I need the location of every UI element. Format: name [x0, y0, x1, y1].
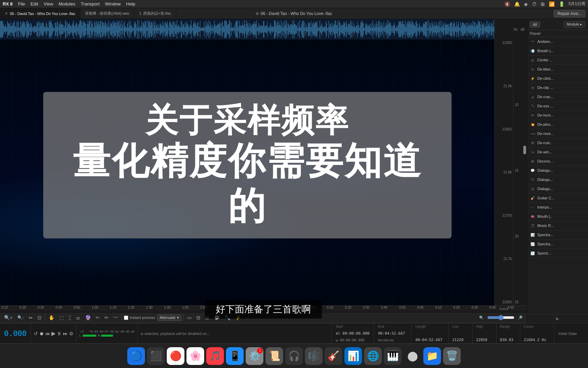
repair-item-2[interactable]: ◎ Center ... [527, 56, 588, 65]
repair-item-16[interactable]: 🗯 Dialogu... [527, 184, 588, 194]
transport-record[interactable]: ⏺ [39, 331, 44, 336]
menu-help[interactable]: Help [126, 1, 135, 6]
repair-name-21: Spectra... [537, 233, 553, 237]
tab-label-0: 06 - David Tao - Who Do You Love-.flac [10, 12, 75, 16]
spectrogram-area[interactable]: 关于采样频率 量化精度你需要知道的 21950 21.9k 21850 21.8… [0, 40, 527, 305]
repair-icon-20: 🎵 [530, 223, 535, 228]
repair-item-13[interactable]: ⊞ Decons... [527, 157, 588, 166]
tab-close-0[interactable]: ✕ [5, 11, 8, 16]
repair-item-10[interactable]: ⟿ De-reve... [527, 129, 588, 138]
menu-view[interactable]: View [44, 1, 53, 6]
repair-item-8[interactable]: ⟳ De-hum... [527, 111, 588, 120]
repair-item-15[interactable]: 🗨 Dialogu... [527, 175, 588, 184]
spectrogram-display[interactable]: 关于采样频率 量化精度你需要知道的 [0, 40, 494, 305]
menu-transport[interactable]: Transport [81, 1, 99, 6]
repair-item-23[interactable]: 📉 Spectr... [527, 249, 588, 258]
module-button[interactable]: Module ▸ [564, 21, 585, 28]
menu-file[interactable]: File [18, 1, 25, 6]
repair-item-0[interactable]: 〜 Ambien... [527, 37, 588, 46]
initial-state-display: Initial State [554, 323, 588, 343]
repair-item-4[interactable]: ⚡ De-click... [527, 74, 588, 83]
repair-item-22[interactable]: 📈 Spectra... [527, 240, 588, 249]
dock-badge-systemprefs: 1 [257, 348, 263, 353]
repair-item-6[interactable]: ⚌ De-crac... [527, 92, 588, 102]
repair-item-17[interactable]: 🎸 Guitar C... [527, 194, 588, 203]
right-panel: All Module ▸ Repair 〜 Ambien... 💨 Breath… [527, 19, 588, 323]
repair-name-16: Dialogu... [537, 187, 553, 191]
dock-icon-trash[interactable]: 🗑️ [443, 347, 461, 365]
dock-icon-omniweb[interactable]: 🌐 [364, 347, 382, 365]
repair-item-1[interactable]: 💨 Breath (... [527, 46, 588, 56]
dock-icon-files[interactable]: 📁 [423, 347, 441, 365]
initial-state-label: Initial State [558, 332, 577, 336]
repair-item-11[interactable]: ⚙ De-rust... [527, 138, 588, 148]
repair-item-21[interactable]: 📊 Spectra... [527, 230, 588, 240]
dock-icon-script-editor[interactable]: 📜 [265, 347, 283, 365]
stat-range: Range 830.03 [496, 323, 520, 343]
transport-forward[interactable]: ⏭ [63, 331, 68, 336]
menubar-icon-4[interactable]: ⏱ [532, 1, 537, 7]
panel-expand-arrow[interactable]: ▶ [527, 314, 588, 323]
transport-pause[interactable]: ⏸ [57, 331, 62, 336]
db-slider-handle[interactable] [523, 146, 526, 154]
waveform-strip[interactable]: Hz dB [0, 19, 527, 40]
repair-item-20[interactable]: 🎵 Music R... [527, 221, 588, 230]
high-value: 22050 [476, 338, 493, 342]
start-value2: w 00:00:00.000 [336, 338, 370, 342]
repair-item-9[interactable]: 💥 De-plos... [527, 120, 588, 129]
dock-icon-music[interactable]: 🎵 [206, 347, 224, 365]
tab-0[interactable]: ✕ 06 - David Tao - Who Do You Love-.flac [0, 8, 80, 19]
range-label: Range [500, 325, 517, 328]
repair-name-8: De-hum... [537, 113, 554, 117]
repair-assist-button[interactable]: Repair Assi... [554, 10, 585, 17]
menubar-icon-6[interactable]: 📶 [549, 1, 555, 7]
dock-icon-obs[interactable]: ⬤ [404, 347, 421, 365]
transport-rewind[interactable]: ⏮ [45, 331, 50, 336]
dock-icon-keynote[interactable]: 📊 [344, 347, 362, 365]
dock-icon-systemprefs[interactable]: ⚙️1 [246, 347, 263, 365]
repair-item-14[interactable]: 💬 Dialogu... [527, 166, 588, 175]
transport-settings[interactable]: ⚙ [69, 331, 74, 336]
dock-icon-finder[interactable]: 🔵 [127, 347, 145, 365]
tab-1[interactable]: 茉敬腾 - 彼得潘(24bit).wav [80, 8, 134, 19]
repair-name-0: Ambien... [537, 40, 553, 44]
dock-icon-chrome[interactable]: 🔴 [167, 347, 184, 365]
tab-2[interactable]: 1. 西風的話+歌.flac [134, 8, 176, 19]
repair-item-3[interactable]: ⊙ De-blee... [527, 65, 588, 74]
menubar-icon-3[interactable]: ◈ [524, 1, 528, 7]
menubar-icon-5[interactable]: ⊞ [541, 1, 545, 7]
dock-icon-appstore[interactable]: 📱 [226, 347, 244, 365]
menu-window[interactable]: Window [105, 1, 121, 6]
frequency-scale: 21950 21.9k 21850 21.8k 21750 21.7k 2165… [494, 40, 513, 305]
dock-icon-logic[interactable]: 🎼 [305, 347, 323, 365]
overlay-line2: 量化精度你需要知道的 [60, 138, 435, 228]
dock-icon-launchpad[interactable]: ⬛ [147, 347, 165, 365]
menubar-time: 5月1日周 [569, 1, 585, 7]
repair-item-5[interactable]: ⊘ De-clip ... [527, 83, 588, 92]
dock-icon-garageband[interactable]: 🎹 [384, 347, 402, 365]
menu-modules[interactable]: Modules [59, 1, 75, 6]
low-label: Low [452, 325, 469, 328]
current-filename: 06 - David Tao - Who Do You Love-.flac [261, 11, 332, 16]
right-panel-header: All Module ▸ [527, 19, 588, 30]
repair-item-12[interactable]: 🌬 De-win... [527, 148, 588, 157]
repair-name-20: Music R... [537, 224, 554, 228]
repair-icon-3: ⊙ [530, 66, 535, 72]
dock-icon-headphones[interactable]: 🎧 [285, 347, 303, 365]
repair-item-18[interactable]: ↔ Interpo... [527, 203, 588, 212]
transport-play[interactable]: ▶ [51, 330, 55, 337]
waveform-display[interactable] [0, 19, 494, 40]
menubar-icon-2[interactable]: 🔔 [514, 1, 520, 7]
menubar-icon-7[interactable]: 🔋 [559, 1, 565, 7]
dock-icon-audio2[interactable]: 🎸 [325, 347, 342, 365]
transport-loop[interactable]: ↺ [34, 331, 38, 336]
repair-icon-14: 💬 [530, 168, 535, 173]
menubar-icon-1[interactable]: 🔇 [504, 1, 510, 7]
dock-icon-photos[interactable]: 🌸 [186, 347, 204, 365]
repair-item-19[interactable]: 👄 Mouth [.. [527, 212, 588, 221]
db-meter-area: -Inf -70 -63 -60 -57 -54 -51 -48 -45 -42… [77, 323, 138, 343]
repair-item-7[interactable]: 〽 De-ess ... [527, 102, 588, 111]
repair-icon-9: 💥 [530, 122, 535, 127]
filter-all-button[interactable]: All [530, 21, 540, 28]
menu-edit[interactable]: Edit [31, 1, 38, 6]
